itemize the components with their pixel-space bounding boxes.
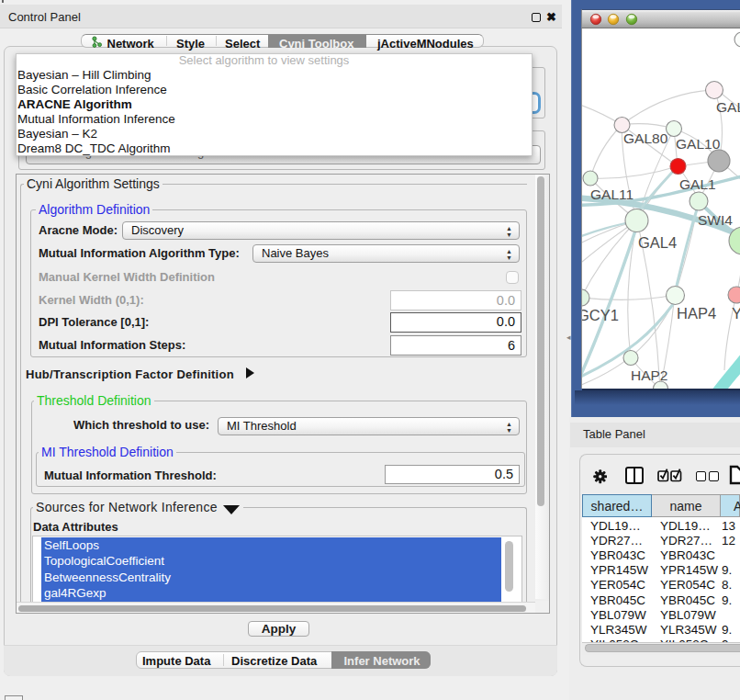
svg-text:GAL1: GAL1 xyxy=(679,176,716,192)
svg-text:GAL2: GAL2 xyxy=(716,99,740,115)
svg-text:Y: Y xyxy=(732,305,740,322)
svg-text:HAP4: HAP4 xyxy=(677,305,716,322)
svg-text:GAL80: GAL80 xyxy=(623,130,668,146)
svg-text:GAL11: GAL11 xyxy=(590,186,633,202)
svg-text:GAL10: GAL10 xyxy=(676,136,721,152)
svg-text:GAL4: GAL4 xyxy=(638,234,677,251)
svg-text:HAP2: HAP2 xyxy=(631,367,668,383)
svg-text:SWI4: SWI4 xyxy=(698,212,733,228)
svg-text:GCY1: GCY1 xyxy=(582,307,619,323)
